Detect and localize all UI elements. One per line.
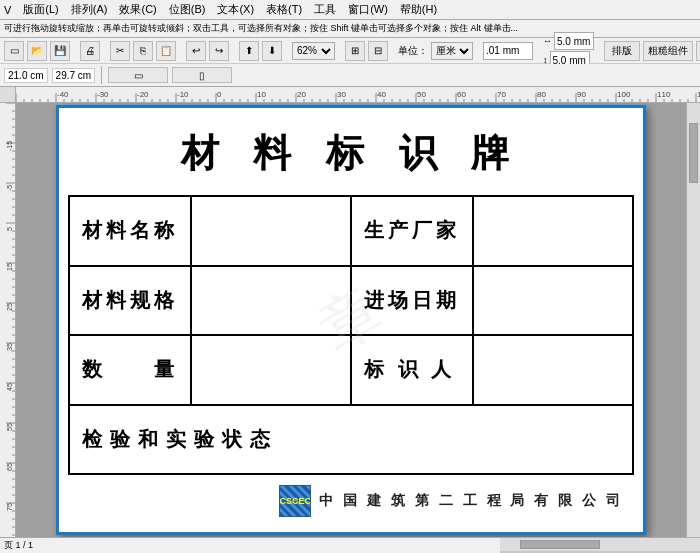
ruler-vertical bbox=[0, 103, 16, 537]
canvas-area: 章 材 料 标 识 牌 材料名称 生产厂家 材料规格 进场日期 bbox=[0, 103, 700, 537]
menu-effects[interactable]: 效果(C) bbox=[119, 2, 156, 17]
canvas-scroll[interactable]: 章 材 料 标 识 牌 材料名称 生产厂家 材料规格 进场日期 bbox=[16, 103, 686, 537]
ruler-row bbox=[0, 87, 700, 103]
import-btn[interactable]: ⬆ bbox=[239, 41, 259, 61]
scrollbar-v-thumb[interactable] bbox=[689, 123, 698, 183]
copy-btn[interactable]: ⎘ bbox=[133, 41, 153, 61]
label-quantity: 数 量 bbox=[69, 335, 191, 405]
value-material-spec bbox=[191, 266, 351, 336]
menu-bar: V 版面(L) 排列(A) 效果(C) 位图(B) 文本(X) 表格(T) 工具… bbox=[0, 0, 700, 20]
width-value: 21.0 cm bbox=[8, 70, 44, 81]
doc-footer: CSCEC 中 国 建 筑 第 二 工 程 局 有 限 公 司 bbox=[79, 485, 623, 517]
paste-btn[interactable]: 📋 bbox=[156, 41, 176, 61]
size-x-input[interactable] bbox=[554, 32, 594, 50]
size-indicator: 21.0 cm bbox=[4, 68, 48, 83]
undo-btn[interactable]: ↩ bbox=[186, 41, 206, 61]
label-manufacturer: 生产厂家 bbox=[351, 196, 473, 266]
save-btn[interactable]: 💾 bbox=[50, 41, 70, 61]
portrait-btn[interactable]: ▭ bbox=[108, 67, 168, 83]
unit-label: 单位： bbox=[398, 44, 428, 58]
sep-props bbox=[101, 66, 102, 84]
menu-table[interactable]: 表格(T) bbox=[266, 2, 302, 17]
menu-tools[interactable]: 工具 bbox=[314, 2, 336, 17]
ruler-h-canvas bbox=[16, 87, 700, 103]
value-entry-date bbox=[473, 266, 633, 336]
menu-layout[interactable]: 版面(L) bbox=[23, 2, 58, 17]
scrollbar-h-thumb[interactable] bbox=[520, 540, 600, 549]
table-row-2: 材料规格 进场日期 bbox=[69, 266, 633, 336]
menu-help[interactable]: 帮助(H) bbox=[400, 2, 437, 17]
export-btn[interactable]: ⬇ bbox=[262, 41, 282, 61]
menu-v[interactable]: V bbox=[4, 4, 11, 16]
scrollbar-vertical[interactable] bbox=[686, 103, 700, 537]
doc-page: 章 材 料 标 识 牌 材料名称 生产厂家 材料规格 进场日期 bbox=[56, 105, 646, 535]
convert-btn[interactable]: 转换 bbox=[696, 41, 700, 61]
doc-table: 材料名称 生产厂家 材料规格 进场日期 数 量 标 识 人 bbox=[68, 195, 634, 475]
label-material-spec: 材料规格 bbox=[69, 266, 191, 336]
toolbar-row-1: ▭ 📂 💾 🖨 ✂ ⎘ 📋 ↩ ↪ ⬆ ⬇ 62% ⊞ ⊟ 单位： 厘米 ↔ bbox=[0, 38, 700, 64]
step-input[interactable] bbox=[483, 42, 533, 60]
rough-btn[interactable]: 粗糙组件 bbox=[643, 41, 693, 61]
menu-window[interactable]: 窗口(W) bbox=[348, 2, 388, 17]
hint-bar: 可进行拖动旋转或缩放；再单击可旋转或倾斜；双击工具，可选择所有对象；按住 Shi… bbox=[0, 20, 700, 38]
doc-title: 材 料 标 识 牌 bbox=[181, 128, 521, 179]
value-material-name bbox=[191, 196, 351, 266]
status-bar: 页 1 / 1 bbox=[0, 537, 500, 553]
toolbar-area: ▭ 📂 💾 🖨 ✂ ⎘ 📋 ↩ ↪ ⬆ ⬇ 62% ⊞ ⊟ 单位： 厘米 ↔ bbox=[0, 38, 700, 87]
menu-arrange[interactable]: 排列(A) bbox=[71, 2, 108, 17]
scrollbar-horizontal[interactable] bbox=[500, 537, 700, 551]
label-entry-date: 进场日期 bbox=[351, 266, 473, 336]
label-material-name: 材料名称 bbox=[69, 196, 191, 266]
redo-btn[interactable]: ↪ bbox=[209, 41, 229, 61]
grid-btn[interactable]: ⊟ bbox=[368, 41, 388, 61]
company-name: 中 国 建 筑 第 二 工 程 局 有 限 公 司 bbox=[319, 492, 623, 510]
ruler-corner bbox=[0, 87, 16, 103]
props-bar: 21.0 cm 29.7 cm ▭ ▯ bbox=[0, 64, 700, 86]
company-logo: CSCEC bbox=[279, 485, 311, 517]
unit-select[interactable]: 厘米 bbox=[431, 42, 473, 60]
value-manufacturer bbox=[473, 196, 633, 266]
label-identifier: 标 识 人 bbox=[351, 335, 473, 405]
status-text: 页 1 / 1 bbox=[4, 539, 33, 552]
ruler-v-canvas bbox=[0, 103, 16, 537]
logo-text: CSCEC bbox=[280, 496, 312, 506]
ruler-horizontal bbox=[16, 87, 700, 103]
size-x-label: ↔ bbox=[543, 36, 552, 46]
table-row-3: 数 量 标 识 人 bbox=[69, 335, 633, 405]
table-row-4: 检验和实验状态 bbox=[69, 405, 633, 475]
table-row-1: 材料名称 生产厂家 bbox=[69, 196, 633, 266]
landscape-btn[interactable]: ▯ bbox=[172, 67, 232, 83]
height-indicator: 29.7 cm bbox=[52, 68, 96, 83]
menu-bitmap[interactable]: 位图(B) bbox=[169, 2, 206, 17]
snap-btn[interactable]: ⊞ bbox=[345, 41, 365, 61]
cut-btn[interactable]: ✂ bbox=[110, 41, 130, 61]
bottom-row: 页 1 / 1 bbox=[0, 537, 700, 553]
label-inspection: 检验和实验状态 bbox=[69, 405, 633, 475]
value-identifier bbox=[473, 335, 633, 405]
height-value: 29.7 cm bbox=[56, 70, 92, 81]
zoom-select[interactable]: 62% bbox=[292, 42, 335, 60]
menu-text[interactable]: 文本(X) bbox=[217, 2, 254, 17]
layout-btn[interactable]: 排版 bbox=[604, 41, 640, 61]
print-btn[interactable]: 🖨 bbox=[80, 41, 100, 61]
value-quantity bbox=[191, 335, 351, 405]
new-btn[interactable]: ▭ bbox=[4, 41, 24, 61]
open-btn[interactable]: 📂 bbox=[27, 41, 47, 61]
hint-text: 可进行拖动旋转或缩放；再单击可旋转或倾斜；双击工具，可选择所有对象；按住 Shi… bbox=[4, 22, 518, 35]
